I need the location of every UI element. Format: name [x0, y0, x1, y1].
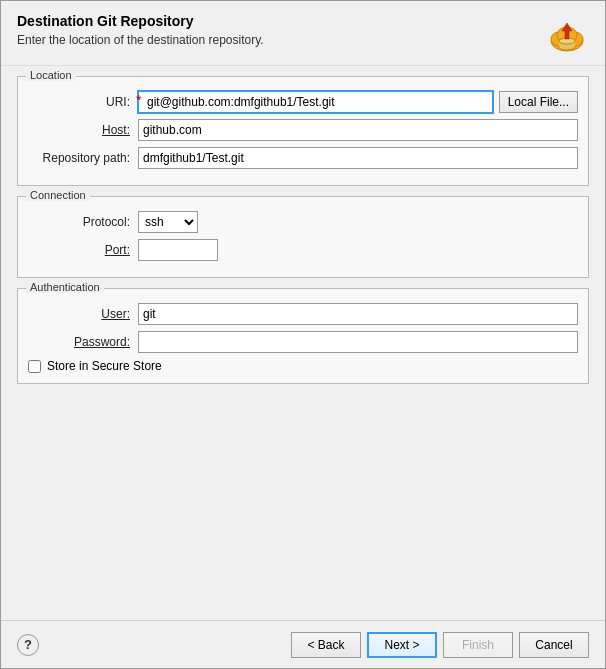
user-input[interactable] — [138, 303, 578, 325]
repo-path-input[interactable] — [138, 147, 578, 169]
local-file-button[interactable]: Local File... — [499, 91, 578, 113]
dialog-content: Location URI: * Local File... Host: — [1, 66, 605, 620]
port-label: Port: — [28, 243, 138, 257]
repo-path-row: Repository path: — [28, 147, 578, 169]
port-row: Port: — [28, 239, 578, 261]
back-button[interactable]: < Back — [291, 632, 361, 658]
secure-store-checkbox[interactable] — [28, 360, 41, 373]
dialog-title: Destination Git Repository — [17, 13, 264, 29]
finish-button[interactable]: Finish — [443, 632, 513, 658]
cancel-button[interactable]: Cancel — [519, 632, 589, 658]
header-text: Destination Git Repository Enter the loc… — [17, 13, 264, 47]
host-label: Host: — [28, 123, 138, 137]
dialog-subtitle: Enter the location of the destination re… — [17, 33, 264, 47]
dialog-header: Destination Git Repository Enter the loc… — [1, 1, 605, 66]
repo-path-label: Repository path: — [28, 151, 138, 165]
connection-section-content: Protocol: ssh http https Port: — [18, 197, 588, 277]
help-button[interactable]: ? — [17, 634, 39, 656]
footer-buttons: < Back Next > Finish Cancel — [291, 632, 589, 658]
connection-section-label: Connection — [26, 189, 90, 201]
host-row: Host: — [28, 119, 578, 141]
authentication-section-label: Authentication — [26, 281, 104, 293]
uri-row: URI: * Local File... — [28, 91, 578, 113]
destination-git-dialog: Destination Git Repository Enter the loc… — [0, 0, 606, 669]
authentication-section: Authentication User: Password: Store in … — [17, 288, 589, 384]
next-button[interactable]: Next > — [367, 632, 437, 658]
host-input[interactable] — [138, 119, 578, 141]
uri-input-wrap: * — [138, 91, 493, 113]
dialog-footer: ? < Back Next > Finish Cancel — [1, 620, 605, 668]
secure-store-row: Store in Secure Store — [28, 359, 578, 373]
password-input[interactable] — [138, 331, 578, 353]
footer-left: ? — [17, 634, 39, 656]
port-input[interactable] — [138, 239, 218, 261]
protocol-select[interactable]: ssh http https — [138, 211, 198, 233]
location-section-content: URI: * Local File... Host: Repository pa… — [18, 77, 588, 185]
location-section: Location URI: * Local File... Host: — [17, 76, 589, 186]
secure-store-label[interactable]: Store in Secure Store — [47, 359, 162, 373]
location-section-label: Location — [26, 69, 76, 81]
protocol-row: Protocol: ssh http https — [28, 211, 578, 233]
uri-label: URI: — [28, 95, 138, 109]
cloud-upload-icon — [545, 13, 589, 57]
uri-required-marker: * — [136, 92, 141, 108]
user-label: User: — [28, 307, 138, 321]
protocol-label: Protocol: — [28, 215, 138, 229]
user-row: User: — [28, 303, 578, 325]
authentication-section-content: User: Password: Store in Secure Store — [18, 289, 588, 383]
password-row: Password: — [28, 331, 578, 353]
uri-input[interactable] — [138, 91, 493, 113]
password-label: Password: — [28, 335, 138, 349]
connection-section: Connection Protocol: ssh http https Port… — [17, 196, 589, 278]
